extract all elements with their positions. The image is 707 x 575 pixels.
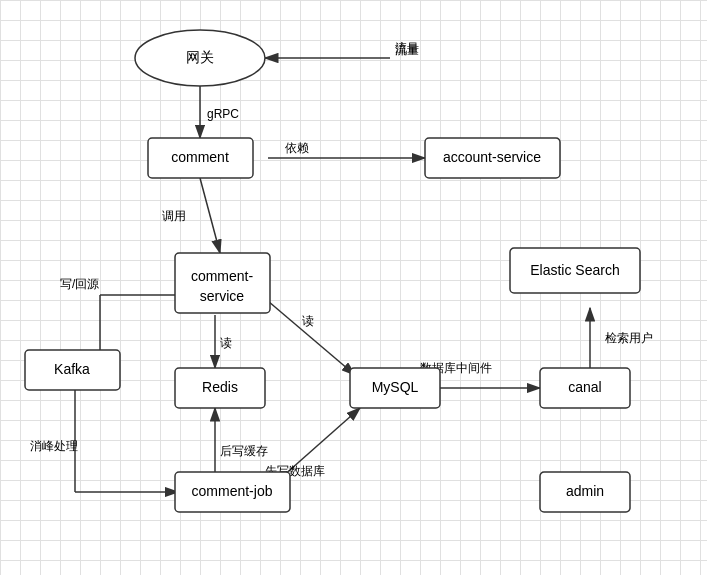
label-write-back-cache: 后写缓存 [220, 444, 268, 458]
label-read2: 读 [302, 314, 314, 328]
label-read1: 读 [220, 336, 232, 350]
label-flow-text: 流量 [395, 41, 419, 55]
node-account-service-label: account-service [443, 149, 541, 165]
node-comment-job-label: comment-job [192, 483, 273, 499]
arrow-comment-commentservice [200, 178, 220, 253]
label-search-user: 检索用户 [605, 331, 653, 345]
node-redis-label: Redis [202, 379, 238, 395]
diagram-container: 流量 gRPC 依赖 调用 写/回源 读 读 消峰处理 后写缓存 先写数据库 [0, 0, 707, 575]
label-depend: 依赖 [285, 141, 309, 155]
node-mysql-label: MySQL [372, 379, 419, 395]
node-gateway-label: 网关 [186, 49, 214, 65]
node-comment-label: comment [171, 149, 229, 165]
label-grpc: gRPC [207, 107, 239, 121]
node-comment-service-label1: comment- [191, 268, 254, 284]
architecture-diagram: 流量 gRPC 依赖 调用 写/回源 读 读 消峰处理 后写缓存 先写数据库 [0, 0, 707, 575]
node-canal-label: canal [568, 379, 601, 395]
node-comment-service-label2: service [200, 288, 245, 304]
node-admin-label: admin [566, 483, 604, 499]
label-call: 调用 [162, 209, 186, 223]
label-peak-shave: 消峰处理 [30, 439, 78, 453]
label-write-back: 写/回源 [60, 277, 99, 291]
node-elastic-search-label: Elastic Search [530, 262, 619, 278]
node-kafka-label: Kafka [54, 361, 90, 377]
